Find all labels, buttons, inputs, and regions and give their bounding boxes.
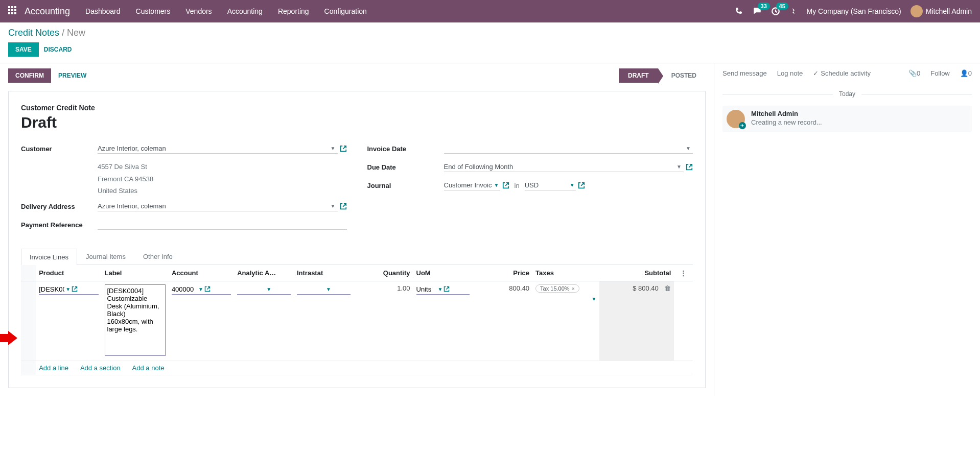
chevron-down-icon[interactable]: ▼: [65, 286, 71, 292]
external-link-icon[interactable]: [340, 203, 347, 210]
preview-button[interactable]: PREVIEW: [51, 68, 94, 83]
remove-tag-icon[interactable]: ×: [572, 285, 575, 292]
company-selector[interactable]: My Company (San Francisco): [807, 7, 901, 15]
label-customer: Customer: [21, 143, 98, 153]
external-link-icon[interactable]: [444, 286, 450, 292]
th-price[interactable]: Price: [473, 265, 532, 281]
tax-tag[interactable]: Tax 15.00%×: [535, 284, 579, 293]
customer-input[interactable]: [98, 143, 338, 154]
attachments-count[interactable]: 📎0: [908, 69, 920, 77]
message-author[interactable]: Mitchell Admin: [751, 110, 822, 117]
menu-dashboard[interactable]: Dashboard: [85, 7, 121, 15]
chevron-down-icon[interactable]: ▼: [198, 286, 203, 292]
top-nav: Accounting Dashboard Customers Vendors A…: [0, 0, 980, 22]
th-uom[interactable]: UoM: [413, 265, 473, 281]
chevron-down-icon[interactable]: ▼: [592, 296, 597, 302]
menu-vendors[interactable]: Vendors: [185, 7, 212, 15]
apps-icon[interactable]: [8, 6, 18, 16]
person-icon: 👤: [960, 69, 968, 77]
statusbar: CONFIRM PREVIEW DRAFT POSTED: [8, 68, 706, 83]
invoice-date-input[interactable]: [444, 143, 693, 154]
currency-input[interactable]: [525, 180, 576, 190]
product-input[interactable]: [39, 285, 64, 293]
tab-other-info[interactable]: Other Info: [134, 248, 181, 265]
chatter-message: Mitchell Admin Creating a new record...: [722, 106, 972, 132]
add-line-link[interactable]: Add a line: [39, 364, 68, 372]
analytic-input[interactable]: [237, 285, 265, 293]
send-message-button[interactable]: Send message: [722, 69, 767, 77]
th-account[interactable]: Account: [169, 265, 234, 281]
stage-draft[interactable]: DRAFT: [619, 68, 658, 83]
debug-icon[interactable]: [789, 7, 798, 15]
user-menu[interactable]: Mitchell Admin: [911, 5, 972, 17]
discard-button[interactable]: DISCARD: [44, 42, 72, 57]
stage-posted[interactable]: POSTED: [658, 68, 706, 83]
breadcrumb-root[interactable]: Credit Notes: [8, 28, 59, 38]
journal-input[interactable]: [444, 180, 500, 190]
form-sheet: Customer Credit Note Draft Customer ▼: [8, 91, 706, 388]
chevron-down-icon[interactable]: ▼: [331, 146, 336, 151]
external-link-icon[interactable]: [686, 163, 693, 171]
menu-accounting[interactable]: Accounting: [227, 7, 263, 15]
payment-ref-input[interactable]: [98, 220, 347, 230]
th-taxes[interactable]: Taxes: [532, 265, 599, 281]
schedule-activity-button[interactable]: ✓Schedule activity: [813, 69, 871, 77]
form-panel: CONFIRM PREVIEW DRAFT POSTED Customer Cr…: [0, 63, 714, 396]
chevron-down-icon[interactable]: ▼: [438, 286, 443, 292]
table-options-icon[interactable]: ⋮: [674, 265, 693, 281]
paperclip-icon: 📎: [908, 69, 917, 77]
price-value[interactable]: 800.40: [509, 284, 529, 292]
label-textarea[interactable]: [DESK0004] Customizable Desk (Aluminium,…: [105, 284, 166, 356]
activities-icon[interactable]: 45: [771, 7, 780, 16]
th-product[interactable]: Product: [36, 265, 101, 281]
breadcrumb-current: New: [67, 28, 85, 38]
delivery-input[interactable]: [98, 201, 338, 211]
chevron-down-icon[interactable]: ▼: [676, 164, 682, 170]
log-note-button[interactable]: Log note: [777, 69, 803, 77]
account-input[interactable]: [172, 285, 197, 293]
th-subtotal[interactable]: Subtotal: [599, 265, 674, 281]
invoice-lines-table: Product Label Account Analytic A… Intras…: [21, 265, 693, 375]
subtotal-value: $ 800.40: [633, 284, 659, 292]
menu-customers[interactable]: Customers: [136, 7, 171, 15]
menu-configuration[interactable]: Configuration: [324, 7, 367, 15]
chevron-down-icon[interactable]: ▼: [494, 182, 499, 188]
due-date-input[interactable]: [444, 162, 684, 172]
followers-count[interactable]: 👤0: [960, 69, 972, 77]
chevron-down-icon[interactable]: ▼: [686, 146, 691, 151]
th-analytic[interactable]: Analytic A…: [234, 265, 294, 281]
tab-invoice-lines[interactable]: Invoice Lines: [21, 249, 77, 265]
app-brand[interactable]: Accounting: [25, 6, 70, 17]
th-quantity[interactable]: Quantity: [354, 265, 413, 281]
tab-journal-items[interactable]: Journal Items: [77, 248, 134, 265]
add-note-link[interactable]: Add a note: [132, 364, 165, 372]
external-link-icon[interactable]: [340, 145, 347, 152]
add-section-link[interactable]: Add a section: [80, 364, 121, 372]
quantity-value[interactable]: 1.00: [397, 284, 410, 292]
external-link-icon[interactable]: [72, 286, 78, 292]
messages-icon[interactable]: 33: [753, 7, 762, 16]
intrastat-input[interactable]: [297, 285, 325, 293]
th-intrastat[interactable]: Intrastat: [294, 265, 354, 281]
confirm-button[interactable]: CONFIRM: [8, 68, 51, 83]
message-avatar-icon: [727, 110, 745, 128]
trash-icon[interactable]: 🗑: [664, 284, 671, 292]
uom-input[interactable]: [416, 285, 437, 293]
follow-button[interactable]: Follow: [930, 69, 950, 77]
external-link-icon[interactable]: [578, 182, 585, 189]
menu-reporting[interactable]: Reporting: [278, 7, 309, 15]
label-delivery: Delivery Address: [21, 201, 98, 210]
chevron-down-icon[interactable]: ▼: [331, 203, 336, 209]
th-label[interactable]: Label: [102, 265, 169, 281]
chevron-down-icon[interactable]: ▼: [266, 286, 271, 292]
external-link-icon[interactable]: [204, 286, 211, 292]
external-link-icon[interactable]: [502, 182, 509, 189]
phone-icon[interactable]: [735, 7, 743, 15]
label-journal: Journal: [367, 180, 444, 189]
chevron-down-icon[interactable]: ▼: [570, 182, 575, 188]
user-name: Mitchell Admin: [926, 7, 972, 15]
activities-badge: 45: [776, 3, 788, 10]
save-button[interactable]: SAVE: [8, 42, 39, 57]
chevron-down-icon[interactable]: ▼: [326, 286, 331, 292]
user-avatar-icon: [911, 5, 923, 17]
